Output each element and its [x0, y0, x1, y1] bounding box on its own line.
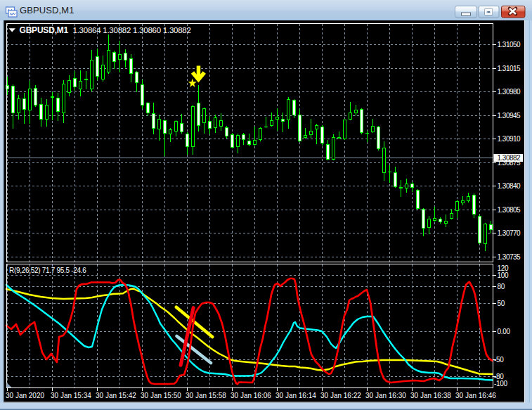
svg-text:1.31050: 1.31050 — [498, 41, 521, 49]
svg-text:80: 80 — [498, 283, 505, 290]
svg-text:R(9,26,52) 71.7 95.5 -24.6: R(9,26,52) 71.7 95.5 -24.6 — [9, 267, 86, 274]
svg-text:30 Jan 15:50: 30 Jan 15:50 — [141, 392, 181, 399]
svg-text:-50: -50 — [494, 356, 504, 364]
svg-text:30 Jan 16:22: 30 Jan 16:22 — [320, 392, 361, 399]
svg-text:1.30735: 1.30735 — [498, 253, 521, 261]
svg-text:0.00: 0.00 — [498, 328, 511, 335]
svg-text:30 Jan 16:46: 30 Jan 16:46 — [455, 392, 496, 399]
svg-text:30 Jan 15:58: 30 Jan 15:58 — [186, 392, 226, 399]
svg-text:1.30910: 1.30910 — [498, 135, 521, 143]
svg-text:30 Jan 16:06: 30 Jan 16:06 — [231, 392, 271, 399]
svg-text:1.31015: 1.31015 — [498, 65, 521, 72]
svg-text:1.30770: 1.30770 — [498, 229, 521, 237]
svg-text:30 Jan 15:42: 30 Jan 15:42 — [96, 392, 136, 399]
svg-text:100: 100 — [498, 271, 510, 279]
svg-text:-100: -100 — [494, 380, 508, 387]
svg-text:GBPUSD,M1: GBPUSD,M1 — [20, 25, 69, 35]
svg-text:1.30980: 1.30980 — [498, 88, 521, 96]
svg-text:1.30840: 1.30840 — [498, 182, 521, 190]
svg-text:1.30882: 1.30882 — [498, 154, 521, 162]
svg-text:30 Jan 15:34: 30 Jan 15:34 — [51, 392, 91, 399]
svg-text:1.30945: 1.30945 — [498, 112, 521, 120]
svg-text:1.30864 1.30882 1.30860 1.3088: 1.30864 1.30882 1.30860 1.30882 — [73, 26, 191, 34]
svg-text:30 Jan 16:38: 30 Jan 16:38 — [410, 392, 451, 399]
svg-text:GBPUSD,M1: GBPUSD,M1 — [20, 5, 74, 15]
svg-text:30 Jan 2020: 30 Jan 2020 — [6, 392, 44, 399]
svg-text:1.30805: 1.30805 — [498, 206, 521, 214]
svg-text:30 Jan 16:14: 30 Jan 16:14 — [275, 392, 316, 399]
svg-text:30 Jan 16:30: 30 Jan 16:30 — [365, 392, 406, 399]
svg-text:50: 50 — [498, 300, 505, 307]
